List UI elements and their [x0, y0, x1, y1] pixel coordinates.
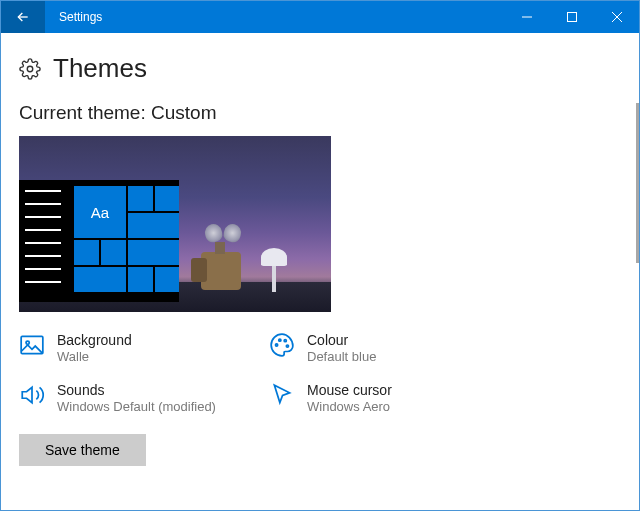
sound-icon: [19, 382, 45, 408]
option-label: Background: [57, 332, 132, 348]
option-label: Mouse cursor: [307, 382, 392, 398]
current-theme-label: Current theme: Custom: [19, 102, 621, 124]
content-area: Themes Current theme: Custom Aa: [1, 33, 639, 510]
preview-start-menu: Aa: [19, 180, 179, 302]
theme-preview[interactable]: Aa: [19, 136, 331, 312]
window-title: Settings: [45, 10, 504, 24]
close-button[interactable]: [594, 1, 639, 33]
titlebar: Settings: [1, 1, 639, 33]
maximize-button[interactable]: [549, 1, 594, 33]
option-label: Sounds: [57, 382, 216, 398]
option-background[interactable]: Background Walle: [19, 332, 269, 364]
page-title: Themes: [53, 53, 147, 84]
gear-icon: [19, 58, 41, 80]
option-label: Colour: [307, 332, 376, 348]
maximize-icon: [567, 12, 577, 22]
preview-tile-text: Aa: [74, 186, 126, 238]
save-theme-button[interactable]: Save theme: [19, 434, 146, 466]
page-header: Themes: [19, 53, 621, 84]
minimize-icon: [522, 12, 532, 22]
settings-window: Settings Themes Current theme: Custom: [0, 0, 640, 511]
window-controls: [504, 1, 639, 33]
cursor-icon: [269, 382, 295, 408]
option-colour[interactable]: Colour Default blue: [269, 332, 519, 364]
preview-lamp: [259, 242, 289, 292]
option-value: Windows Aero: [307, 399, 392, 414]
arrow-left-icon: [15, 9, 31, 25]
svg-point-6: [284, 340, 286, 342]
svg-rect-0: [567, 13, 576, 22]
svg-point-5: [279, 339, 281, 341]
close-icon: [612, 12, 622, 22]
theme-options: Background Walle Colour Default blue: [19, 332, 539, 414]
option-value: Default blue: [307, 349, 376, 364]
option-sounds[interactable]: Sounds Windows Default (modified): [19, 382, 269, 414]
option-value: Windows Default (modified): [57, 399, 216, 414]
svg-point-1: [27, 66, 33, 72]
preview-robot: [191, 220, 251, 290]
back-button[interactable]: [1, 1, 45, 33]
svg-point-4: [276, 344, 278, 346]
option-value: Walle: [57, 349, 132, 364]
minimize-button[interactable]: [504, 1, 549, 33]
picture-icon: [19, 332, 45, 358]
scrollbar[interactable]: [636, 103, 639, 263]
option-mouse-cursor[interactable]: Mouse cursor Windows Aero: [269, 382, 519, 414]
palette-icon: [269, 332, 295, 358]
svg-point-7: [286, 345, 288, 347]
